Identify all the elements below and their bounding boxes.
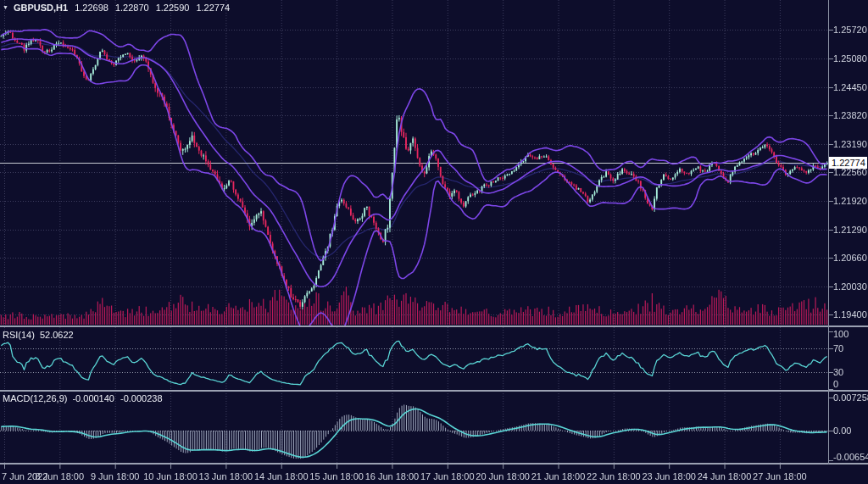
rsi-axis-label: 100 xyxy=(833,329,849,339)
time-axis-label: 9 Jun 18:00 xyxy=(91,471,140,481)
macd-label: MACD(12,26,9) xyxy=(3,393,67,403)
rsi-axis-label: 30 xyxy=(833,367,843,377)
time-axis-label: 14 Jun 18:00 xyxy=(254,471,309,481)
chart-title-bar: ▼GBPUSD,H11.226981.228701.225901.22774 xyxy=(3,2,230,14)
price-axis-label: 1.23190 xyxy=(833,139,867,149)
time-axis-label: 17 Jun 18:00 xyxy=(420,471,475,481)
macd-signal-value: -0.000238 xyxy=(120,393,163,403)
price-axis-label: 1.21290 xyxy=(833,225,867,235)
ohlc-high: 1.22870 xyxy=(115,3,149,13)
macd-axis-label: 0.007258 xyxy=(833,392,868,403)
time-axis-label: 24 Jun 18:00 xyxy=(698,471,752,481)
price-axis-label: 1.19400 xyxy=(833,309,867,320)
rsi-panel-title: RSI(14)52.0622 xyxy=(3,330,74,341)
price-axis-label: 1.25720 xyxy=(833,25,867,35)
time-axis-label: 27 Jun 18:00 xyxy=(753,471,807,481)
ohlc-low: 1.22590 xyxy=(156,3,190,13)
ohlc-open: 1.22698 xyxy=(75,3,108,13)
macd-axis-label: 0.00 xyxy=(833,426,851,436)
time-axis-label: 8 Jun 18:00 xyxy=(36,471,85,481)
price-axis-label: 1.20660 xyxy=(833,253,867,263)
price-axis-label: 1.22560 xyxy=(833,167,867,177)
price-axis-label: 1.23820 xyxy=(833,110,867,120)
time-axis-label: 20 Jun 18:00 xyxy=(476,471,530,481)
price-axis-label: 1.20030 xyxy=(833,281,867,292)
time-axis-label: 23 Jun 18:00 xyxy=(642,471,696,481)
price-axis-label: 1.24450 xyxy=(833,82,867,92)
symbol-period-label: GBPUSD,H1 xyxy=(14,3,68,13)
rsi-value: 52.0622 xyxy=(40,330,74,340)
macd-value: -0.000140 xyxy=(72,393,114,403)
time-axis-label: 10 Jun 18:00 xyxy=(143,471,198,481)
symbol-dropdown-icon[interactable]: ▼ xyxy=(3,4,8,10)
macd-axis-label: -0.006541 xyxy=(833,452,868,462)
ohlc-close: 1.22774 xyxy=(196,3,230,13)
price-axis-label: 1.25080 xyxy=(833,53,867,64)
time-axis-label: 22 Jun 18:00 xyxy=(587,471,641,481)
rsi-label: RSI(14) xyxy=(3,330,35,340)
chart-canvas[interactable] xyxy=(0,0,868,484)
rsi-axis-label: 70 xyxy=(833,343,843,353)
price-axis-label: 1.21920 xyxy=(833,196,867,206)
macd-panel-title: MACD(12,26,9)-0.000140-0.000238 xyxy=(3,393,163,404)
time-axis-label: 13 Jun 18:00 xyxy=(199,471,253,481)
trading-chart-window: ▼GBPUSD,H11.226981.228701.225901.22774 R… xyxy=(0,0,868,484)
time-axis-label: 15 Jun 18:00 xyxy=(309,471,364,481)
rsi-axis-label: 0 xyxy=(833,379,838,389)
time-axis-label: 16 Jun 18:00 xyxy=(365,471,420,481)
time-axis-label: 21 Jun 18:00 xyxy=(531,471,586,481)
